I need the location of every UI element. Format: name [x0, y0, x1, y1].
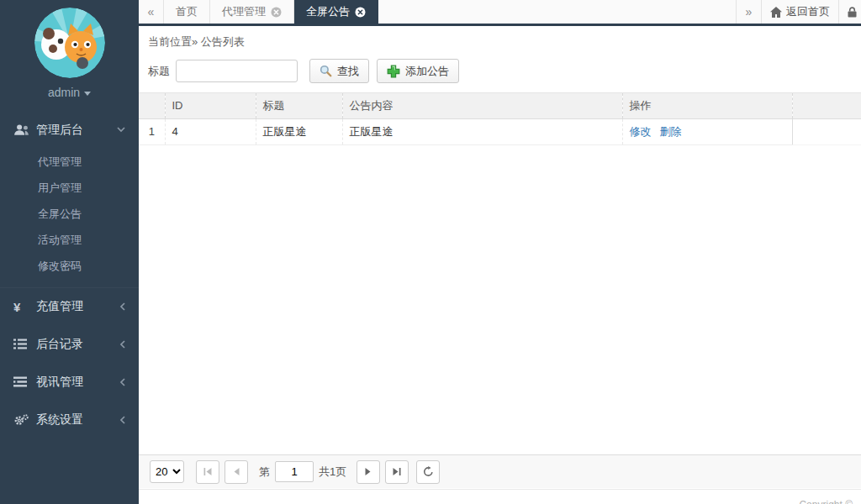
notice-table: ID 标题 公告内容 操作 1 4 正版星途 正版星途 修改删除: [139, 93, 861, 145]
sidebar-section-label: 后台记录: [36, 337, 83, 352]
sidebar-section-label: 充值管理: [36, 299, 83, 314]
close-icon[interactable]: [355, 7, 366, 18]
page-number-input[interactable]: [275, 461, 314, 482]
home-icon: [770, 7, 782, 18]
sidebar-section-video-mgmt[interactable]: 视讯管理: [0, 363, 139, 401]
add-button-label: 添加公告: [405, 64, 449, 79]
next-page-button[interactable]: [357, 460, 380, 484]
yen-icon: ¥: [13, 300, 34, 314]
copyright-text: Copyright ©: [799, 499, 853, 504]
user-menu[interactable]: admin: [0, 86, 139, 99]
tabs-scroll-right-button[interactable]: »: [736, 0, 761, 24]
title-input[interactable]: [176, 60, 298, 82]
main-area: « 首页 代理管理 全屏公告 » 返回首页 修改密码 当前位置» 公告列表 标题: [139, 0, 861, 504]
table-row[interactable]: 1 4 正版星途 正版星途 修改删除: [139, 118, 861, 144]
refresh-button[interactable]: [416, 460, 440, 484]
cell-filler: [792, 118, 861, 144]
total-pages-label: 共1页: [319, 465, 346, 480]
find-button[interactable]: 查找: [309, 59, 369, 83]
tab-label: 首页: [176, 4, 198, 19]
avatar[interactable]: [34, 8, 105, 78]
change-password-button[interactable]: 修改密码: [838, 0, 861, 24]
tab-agent-mgmt[interactable]: 代理管理: [210, 0, 294, 24]
page-number-prefix: 第: [259, 465, 270, 480]
sidebar-section-label: 系统设置: [36, 412, 83, 428]
tab-home[interactable]: 首页: [164, 0, 210, 24]
tab-label: 代理管理: [222, 4, 266, 19]
sidebar-item-agent-mgmt[interactable]: 代理管理: [0, 149, 139, 175]
header-filler: [792, 93, 861, 118]
tab-bar: « 首页 代理管理 全屏公告 » 返回首页 修改密码: [139, 0, 861, 26]
return-home-button[interactable]: 返回首页: [761, 0, 838, 24]
header-content[interactable]: 公告内容: [342, 93, 622, 118]
sidebar-item-change-password[interactable]: 修改密码: [0, 253, 139, 279]
search-icon: [320, 65, 332, 77]
sidebar-section-label: 视讯管理: [36, 375, 83, 390]
tabs-scroll-left-button[interactable]: «: [139, 0, 164, 24]
add-icon: [387, 65, 400, 78]
users-icon: [13, 123, 34, 136]
cell-title: 正版星途: [256, 118, 342, 144]
breadcrumb-separator: »: [192, 35, 198, 48]
video-icon: [13, 376, 34, 387]
sidebar-section-admin[interactable]: 管理后台: [0, 111, 139, 149]
table-header-row: ID 标题 公告内容 操作: [139, 93, 861, 118]
sidebar-section-backend-records[interactable]: 后台记录: [0, 325, 139, 363]
close-icon[interactable]: [271, 7, 282, 18]
chevron-left-icon: [119, 416, 125, 424]
header-index: [139, 93, 165, 118]
chevron-left-icon: [119, 378, 125, 386]
pagination-bar: 20 第 共1页: [139, 454, 861, 488]
cell-id: 4: [165, 118, 256, 144]
sidebar-submenu: 代理管理 用户管理 全屏公告 活动管理 修改密码: [0, 149, 139, 287]
header-id[interactable]: ID: [165, 93, 256, 118]
avatar-wrap: admin: [0, 0, 139, 99]
action-label: 返回首页: [786, 4, 830, 19]
last-page-button[interactable]: [385, 460, 409, 484]
header-operations[interactable]: 操作: [622, 93, 792, 118]
edit-link[interactable]: 修改: [630, 125, 652, 138]
tab-label: 全屏公告: [306, 4, 350, 19]
chevron-down-icon: [117, 127, 125, 133]
gears-icon: [13, 414, 34, 426]
lock-icon: [848, 7, 857, 18]
breadcrumb: 当前位置» 公告列表: [139, 26, 861, 54]
sidebar-section-recharge[interactable]: ¥ 充值管理: [0, 287, 139, 325]
search-toolbar: 标题 查找 添加公告: [139, 54, 861, 93]
title-field-label: 标题: [148, 64, 170, 79]
add-notice-button[interactable]: 添加公告: [377, 59, 459, 83]
cell-row-number: 1: [139, 118, 165, 144]
cell-operations: 修改删除: [622, 118, 792, 144]
header-title[interactable]: 标题: [256, 93, 342, 118]
breadcrumb-current: 公告列表: [201, 35, 245, 48]
sidebar-section-system-settings[interactable]: 系统设置: [0, 401, 139, 438]
sidebar: admin 管理后台 代理管理 用户管理 全屏公告 活动管理 修改密码 ¥ 充值…: [0, 0, 139, 504]
first-page-button[interactable]: [196, 460, 219, 484]
chevron-left-icon: [119, 340, 125, 349]
sidebar-item-fullscreen-notice[interactable]: 全屏公告: [0, 201, 139, 227]
list-icon: [13, 339, 34, 349]
chevron-left-icon: [119, 302, 125, 311]
find-button-label: 查找: [337, 64, 359, 79]
cell-content: 正版星途: [342, 118, 622, 144]
page-footer: Copyright ©: [139, 489, 861, 504]
caret-down-icon: [84, 92, 91, 96]
sidebar-nav: 管理后台 代理管理 用户管理 全屏公告 活动管理 修改密码 ¥ 充值管理 后台记…: [0, 111, 139, 438]
prev-page-button[interactable]: [224, 460, 248, 484]
username: admin: [48, 86, 80, 99]
breadcrumb-prefix: 当前位置: [148, 35, 192, 48]
delete-link[interactable]: 删除: [660, 125, 682, 138]
tab-bar-spacer: [378, 0, 736, 24]
sidebar-item-activity-mgmt[interactable]: 活动管理: [0, 227, 139, 253]
sidebar-section-label: 管理后台: [36, 123, 83, 138]
page-size-select[interactable]: 20: [150, 460, 184, 483]
sidebar-item-user-mgmt[interactable]: 用户管理: [0, 175, 139, 201]
tab-fullscreen-notice[interactable]: 全屏公告: [294, 0, 378, 24]
